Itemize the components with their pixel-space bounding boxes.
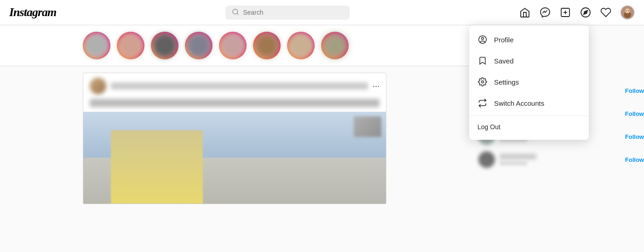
search-bar[interactable] xyxy=(225,6,350,20)
suggestion-item: Follow xyxy=(478,151,644,168)
story-item[interactable] xyxy=(253,32,281,59)
story-item[interactable] xyxy=(151,32,178,59)
suggestion-sub xyxy=(500,160,527,166)
feed-area: ··· xyxy=(0,25,469,252)
svg-point-23 xyxy=(482,81,484,83)
messenger-icon[interactable] xyxy=(539,6,551,18)
switch-accounts-icon xyxy=(477,98,488,108)
svg-point-0 xyxy=(233,9,238,14)
post-username xyxy=(111,82,368,90)
story-item[interactable] xyxy=(185,32,213,59)
post-caption xyxy=(90,99,380,107)
svg-marker-6 xyxy=(584,11,587,14)
header: Instagram xyxy=(0,0,644,25)
likes-icon[interactable] xyxy=(600,6,612,18)
svg-point-13 xyxy=(628,11,629,11)
story-item[interactable] xyxy=(219,32,247,59)
story-ring xyxy=(117,32,144,59)
story-avatar xyxy=(118,33,144,58)
dropdown-settings-label: Settings xyxy=(494,78,519,86)
story-avatar xyxy=(220,33,246,58)
post-image xyxy=(83,112,386,204)
nav-icons xyxy=(519,5,635,20)
avatar-image xyxy=(621,6,634,19)
svg-line-1 xyxy=(237,13,238,15)
svg-point-12 xyxy=(626,11,627,11)
home-icon[interactable] xyxy=(519,6,531,18)
story-item[interactable] xyxy=(287,32,315,59)
dropdown-saved-label: Saved xyxy=(494,57,514,65)
post-thumbnail xyxy=(354,116,381,137)
settings-icon xyxy=(477,77,488,87)
explore-icon[interactable] xyxy=(580,6,592,18)
story-avatar xyxy=(186,33,212,58)
dropdown-logout[interactable]: Log Out xyxy=(469,118,589,136)
follow-button[interactable]: Follow xyxy=(625,133,644,140)
post-avatar xyxy=(90,78,106,94)
story-avatar xyxy=(254,33,280,58)
follow-button[interactable]: Follow xyxy=(625,156,644,163)
dropdown-menu: Profile Saved Settings xyxy=(469,25,589,140)
dropdown-divider xyxy=(469,115,589,116)
dropdown-switch-accounts[interactable]: Switch Accounts xyxy=(469,92,589,114)
suggestion-name xyxy=(500,154,536,160)
post-more-button[interactable]: ··· xyxy=(373,81,380,91)
follow-button[interactable]: Follow xyxy=(625,87,644,94)
search-input[interactable] xyxy=(243,9,343,16)
story-ring xyxy=(287,32,315,59)
story-item[interactable] xyxy=(117,32,144,59)
svg-point-10 xyxy=(626,9,630,14)
svg-rect-11 xyxy=(625,13,630,16)
instagram-logo: Instagram xyxy=(9,6,56,19)
story-avatar xyxy=(322,33,348,58)
search-icon xyxy=(232,8,239,17)
dropdown-settings[interactable]: Settings xyxy=(469,71,589,92)
svg-point-22 xyxy=(482,37,484,40)
story-ring xyxy=(185,32,213,59)
story-ring xyxy=(83,32,110,59)
bookmark-icon xyxy=(477,56,488,66)
dropdown-switch-label: Switch Accounts xyxy=(494,99,544,107)
post-header: ··· xyxy=(83,73,386,99)
story-item[interactable] xyxy=(321,32,349,59)
story-avatar xyxy=(84,33,109,58)
story-avatar xyxy=(288,33,314,58)
story-ring xyxy=(151,32,178,59)
dropdown-profile-label: Profile xyxy=(494,36,514,44)
user-avatar[interactable] xyxy=(620,5,635,20)
story-ring xyxy=(219,32,247,59)
dropdown-profile[interactable]: Profile xyxy=(469,29,589,50)
story-avatar xyxy=(152,33,178,58)
profile-icon xyxy=(477,34,488,45)
dropdown-saved[interactable]: Saved xyxy=(469,50,589,71)
story-ring xyxy=(253,32,281,59)
post-image-box xyxy=(111,130,203,204)
stories-row xyxy=(0,25,469,66)
new-post-icon[interactable] xyxy=(559,6,571,18)
dropdown-logout-label: Log Out xyxy=(477,123,500,131)
suggestion-info xyxy=(500,154,621,166)
suggestion-avatar xyxy=(478,151,495,168)
follow-button[interactable]: Follow xyxy=(625,110,644,117)
story-ring xyxy=(321,32,349,59)
story-item[interactable] xyxy=(83,32,110,59)
post-card: ··· xyxy=(83,73,386,204)
